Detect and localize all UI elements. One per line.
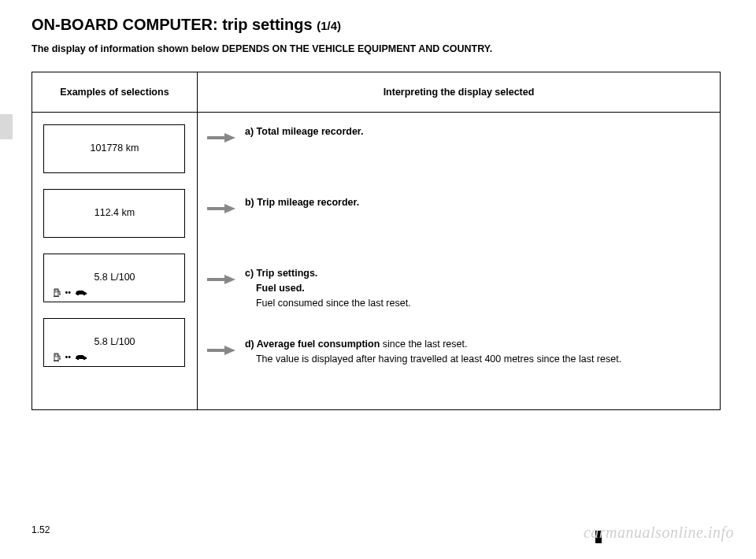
svg-point-8 bbox=[60, 358, 61, 360]
arrow-icon bbox=[206, 274, 235, 285]
header-examples: Examples of selections bbox=[32, 72, 198, 113]
arrow-icon bbox=[206, 132, 235, 143]
display-value: 5.8 L/100 bbox=[94, 336, 135, 347]
interpreting-cell: a) Total mileage recorder. b) Trip milea… bbox=[197, 113, 720, 410]
subtitle-text: The display of information shown below D… bbox=[32, 43, 724, 54]
desc-row-b: b) Trip mileage recorder. bbox=[206, 195, 712, 244]
desc-text: d) Average fuel consumption since the la… bbox=[245, 337, 712, 367]
arrow-icon bbox=[206, 203, 235, 214]
watermark-text: carmanualsonline.info bbox=[584, 524, 734, 542]
desc-row-a: a) Total mileage recorder. bbox=[206, 124, 712, 173]
car-icon bbox=[74, 288, 88, 296]
examples-cell: 101778 km 112.4 km 5.8 L/100 •• 5.8 L/10… bbox=[32, 113, 198, 410]
desc-label: c) Trip settings. bbox=[245, 268, 317, 279]
display-box-avg-consumption: 5.8 L/100 •• bbox=[43, 318, 185, 367]
display-value: 112.4 km bbox=[94, 207, 135, 218]
desc-text: c) Trip settings. Fuel used. Fuel consum… bbox=[245, 266, 712, 310]
page-number: 1.52 bbox=[32, 524, 50, 535]
svg-rect-7 bbox=[55, 354, 57, 357]
desc-extra-bold: Fuel used. bbox=[256, 281, 305, 296]
title-main: ON-BOARD COMPUTER: trip settings bbox=[32, 16, 317, 33]
title-page-part: (1/4) bbox=[317, 19, 341, 32]
display-value: 5.8 L/100 bbox=[94, 272, 135, 283]
svg-marker-13 bbox=[224, 133, 235, 143]
svg-marker-17 bbox=[224, 275, 235, 284]
desc-inline-after: since the last reset. bbox=[380, 339, 467, 350]
desc-label: d) Average fuel consumption bbox=[245, 339, 380, 350]
display-box-trip-mileage: 112.4 km bbox=[43, 189, 185, 238]
svg-point-5 bbox=[83, 294, 86, 296]
desc-row-c: c) Trip settings. Fuel used. Fuel consum… bbox=[206, 266, 712, 315]
table-body-row: 101778 km 112.4 km 5.8 L/100 •• 5.8 L/10… bbox=[32, 113, 721, 410]
page-title: ON-BOARD COMPUTER: trip settings (1/4) bbox=[32, 16, 724, 34]
dots-separator: •• bbox=[65, 352, 71, 361]
arrow-icon bbox=[206, 345, 235, 356]
display-box-total-mileage: 101778 km bbox=[43, 124, 185, 173]
trip-settings-table: Examples of selections Interpreting the … bbox=[32, 72, 721, 410]
pump-car-icons: •• bbox=[54, 287, 88, 297]
svg-marker-15 bbox=[224, 204, 235, 213]
desc-label: b) Trip mileage recorder. bbox=[245, 197, 359, 208]
dots-separator: •• bbox=[65, 287, 71, 297]
header-interpreting: Interpreting the display selected bbox=[197, 72, 720, 113]
desc-text: a) Total mileage recorder. bbox=[245, 124, 712, 139]
desc-extra: The value is displayed after having trav… bbox=[256, 352, 621, 367]
desc-label: a) Total mileage recorder. bbox=[245, 126, 364, 137]
fuel-pump-icon bbox=[54, 352, 61, 361]
fuel-pump-icon bbox=[54, 287, 61, 297]
car-icon bbox=[74, 353, 88, 361]
side-tab-marker bbox=[0, 114, 13, 139]
svg-point-4 bbox=[77, 294, 80, 296]
svg-marker-19 bbox=[224, 346, 235, 355]
svg-point-11 bbox=[83, 358, 86, 361]
table-header-row: Examples of selections Interpreting the … bbox=[32, 72, 721, 113]
desc-extra: Fuel consumed since the last reset. bbox=[256, 296, 411, 311]
desc-text: b) Trip mileage recorder. bbox=[245, 195, 712, 210]
svg-point-2 bbox=[60, 294, 61, 295]
desc-row-d: d) Average fuel consumption since the la… bbox=[206, 337, 712, 386]
pump-car-icons: •• bbox=[54, 352, 88, 361]
svg-rect-1 bbox=[55, 290, 57, 292]
display-box-fuel-used: 5.8 L/100 •• bbox=[43, 254, 185, 302]
svg-point-10 bbox=[77, 358, 80, 361]
display-value: 101778 km bbox=[91, 143, 139, 154]
